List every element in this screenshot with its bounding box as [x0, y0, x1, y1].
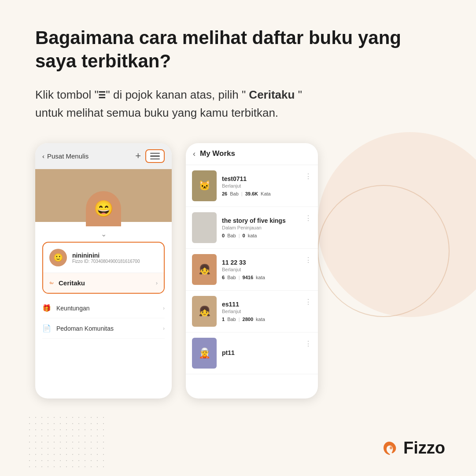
menu-avatar: 🙂 — [49, 249, 67, 266]
work-stats: 0 Bab | 0 kata — [222, 233, 299, 238]
work-info: test0711 Berlanjut 26 Bab | 39.6K Kata — [222, 175, 299, 196]
ceritaku-menu-item[interactable]: ⧜ Ceritaku › — [43, 273, 164, 293]
ceritaku-icon: ⧜ — [49, 278, 53, 288]
subtitle-part4: untuk melihat semua buku yang kamu terbi… — [35, 106, 278, 119]
header-title: Pusat Menulis — [47, 152, 89, 160]
bab-count: 26 — [222, 191, 227, 196]
cover-character: 😄 — [86, 191, 121, 226]
fizzo-logo-icon — [380, 438, 399, 458]
subtitle: Klik tombol "≡" di pojok kanan atas, pil… — [35, 85, 396, 122]
user-fid: Fizzo ID: 70340804900181616700 — [72, 259, 140, 264]
work-status: Berlanjut — [222, 309, 299, 314]
work-stats: 1 Bab | 2800 kata — [222, 317, 299, 322]
kata-count: 39.6K — [245, 191, 258, 196]
user-name: ninininini — [72, 252, 140, 259]
work-stats: 26 Bab | 39.6K Kata — [222, 191, 299, 196]
work-more-icon[interactable]: ⋮ — [305, 296, 312, 306]
menu-user-row: 🙂 ninininini Fizzo ID: 70340804900181616… — [43, 243, 164, 273]
bab-count: 0 — [222, 233, 225, 238]
ceritaku-label: Ceritaku — [59, 279, 151, 287]
keuntungan-chevron: › — [163, 305, 165, 311]
main-title: Bagaimana cara melihat daftar buku yang … — [35, 26, 414, 73]
phones-row: ‹ Pusat Menulis + 😄 ⌄ — [35, 143, 445, 399]
kata-label: kata — [256, 317, 265, 322]
work-info: es111 Berlanjut 1 Bab | 2800 kata — [222, 301, 299, 322]
right-phone-header: ‹ My Works — [186, 143, 318, 165]
bab-label: Bab — [227, 233, 236, 238]
work-info: the story of five kings Dalam Peninjauan… — [222, 217, 299, 238]
hamburger-line-1 — [150, 153, 160, 154]
my-works-title: My Works — [200, 149, 235, 158]
work-thumbnail — [192, 212, 217, 243]
work-thumbnail: 👧 — [192, 254, 217, 285]
work-thumbnail: 🐱 — [192, 170, 217, 201]
work-title: pt11 — [222, 349, 299, 356]
work-more-icon[interactable]: ⋮ — [305, 254, 312, 264]
hamburger-menu-button[interactable] — [145, 149, 165, 163]
bab-label: Bab — [227, 275, 236, 280]
left-phone: ‹ Pusat Menulis + 😄 ⌄ — [35, 143, 172, 399]
work-item[interactable]: 👧 11 22 33 Berlanjut 6 Bab | 9416 kata ⋮ — [186, 249, 318, 291]
work-thumbnail: 🧝 — [192, 338, 217, 369]
hamburger-line-2 — [150, 155, 160, 157]
bab-count: 1 — [222, 317, 225, 322]
work-item[interactable]: 🐱 test0711 Berlanjut 26 Bab | 39.6K Kata… — [186, 165, 318, 207]
bab-count: 6 — [222, 275, 225, 280]
work-title: test0711 — [222, 175, 299, 182]
work-info: pt11 — [222, 349, 299, 357]
subtitle-part1: Klik tombol " — [35, 88, 99, 101]
pedoman-icon: 📄 — [42, 324, 51, 332]
work-info: 11 22 33 Berlanjut 6 Bab | 9416 kata — [222, 259, 299, 280]
work-item[interactable]: the story of five kings Dalam Peninjauan… — [186, 207, 318, 249]
menu-overlay: 🙂 ninininini Fizzo ID: 70340804900181616… — [42, 242, 165, 294]
bab-label: Bab — [230, 191, 239, 196]
right-back-arrow[interactable]: ‹ — [193, 149, 196, 159]
pedoman-chevron: › — [163, 325, 165, 332]
left-phone-header: ‹ Pusat Menulis + — [35, 143, 172, 170]
kata-count: 9416 — [243, 275, 253, 280]
work-item[interactable]: 👧 es111 Berlanjut 1 Bab | 2800 kata ⋮ — [186, 291, 318, 332]
kata-label: kata — [248, 233, 257, 238]
other-menu-items: 🎁 Keuntungan › 📄 Pedoman Komunitas › — [42, 298, 165, 339]
work-item[interactable]: 🧝 pt11 ⋮ — [186, 332, 318, 374]
keuntungan-menu-item[interactable]: 🎁 Keuntungan › — [42, 298, 165, 318]
menu-user-info: ninininini Fizzo ID: 7034080490018161670… — [72, 252, 140, 264]
add-button[interactable]: + — [135, 150, 141, 162]
svg-point-0 — [390, 446, 392, 450]
work-title: es111 — [222, 301, 299, 308]
work-more-icon[interactable]: ⋮ — [305, 338, 312, 348]
work-status: Berlanjut — [222, 183, 299, 188]
work-more-icon[interactable]: ⋮ — [305, 170, 312, 181]
fizzo-name: Fizzo — [403, 439, 445, 458]
pedoman-label: Pedoman Komunitas — [56, 325, 158, 332]
kata-label: Kata — [261, 191, 271, 196]
subtitle-part3: " — [298, 88, 302, 101]
fizzo-brand: Fizzo — [380, 438, 445, 458]
work-title: 11 22 33 — [222, 259, 299, 266]
deco-dots — [26, 414, 106, 467]
work-stats: 6 Bab | 9416 kata — [222, 275, 299, 280]
pedoman-menu-item[interactable]: 📄 Pedoman Komunitas › — [42, 318, 165, 339]
header-actions: + — [135, 149, 165, 163]
ceritaku-chevron: › — [156, 280, 158, 286]
keuntungan-label: Keuntungan — [56, 305, 158, 312]
subtitle-part2: " di pojok kanan atas, pilih " — [106, 88, 246, 101]
work-status: Dalam Peninjauan — [222, 225, 299, 230]
keuntungan-icon: 🎁 — [42, 304, 51, 312]
work-more-icon[interactable]: ⋮ — [305, 212, 312, 222]
cover-area: 😄 — [35, 169, 172, 222]
kata-count: 2800 — [243, 317, 253, 322]
kata-count: 0 — [243, 233, 245, 238]
back-button[interactable]: ‹ Pusat Menulis — [42, 152, 89, 160]
right-phone: ‹ My Works 🐱 test0711 Berlanjut 26 Bab | — [186, 143, 318, 399]
kata-label: kata — [256, 275, 265, 280]
work-status: Berlanjut — [222, 267, 299, 272]
works-list: 🐱 test0711 Berlanjut 26 Bab | 39.6K Kata… — [186, 165, 318, 396]
work-title: the story of five kings — [222, 217, 299, 224]
back-chevron: ‹ — [42, 152, 44, 160]
ceritaku-text: Ceritaku — [246, 88, 298, 101]
bab-label: Bab — [227, 317, 236, 322]
work-thumbnail: 👧 — [192, 296, 217, 327]
hamburger-line-3 — [150, 159, 160, 160]
menu-icon-text: ≡ — [99, 87, 106, 102]
